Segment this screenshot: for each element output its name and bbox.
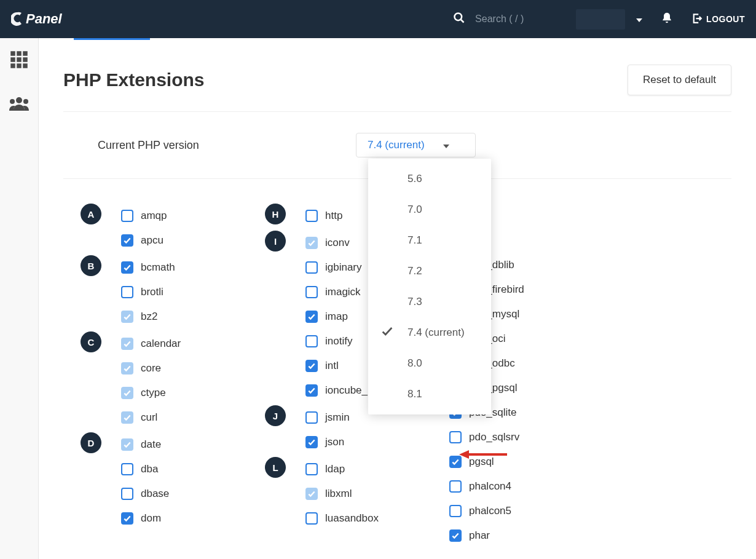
- extension-item[interactable]: brotli: [121, 280, 175, 304]
- tools-grid-icon[interactable]: [5, 46, 33, 74]
- extension-item[interactable]: amqp: [121, 204, 167, 228]
- extension-item[interactable]: http: [305, 204, 342, 228]
- checkbox[interactable]: [449, 505, 462, 517]
- checkbox[interactable]: [121, 512, 133, 525]
- svg-point-12: [16, 97, 22, 103]
- checkbox[interactable]: [305, 384, 318, 397]
- checkbox[interactable]: [305, 512, 318, 525]
- php-version-option[interactable]: 7.3: [368, 287, 491, 317]
- extension-item[interactable]: calendar: [121, 331, 181, 356]
- extension-label: dom: [141, 512, 161, 525]
- extension-label: ldap: [325, 463, 345, 475]
- extension-item[interactable]: ldap: [305, 457, 379, 482]
- header-search[interactable]: [453, 12, 561, 26]
- svg-point-14: [23, 99, 28, 104]
- search-input[interactable]: [475, 14, 561, 25]
- active-tab-indicator: [74, 38, 150, 40]
- extension-label: ctype: [141, 387, 166, 399]
- extension-item[interactable]: jsmin: [305, 405, 350, 430]
- extension-item[interactable]: date: [121, 432, 169, 457]
- extension-item[interactable]: dbase: [121, 482, 169, 506]
- php-version-select[interactable]: 7.4 (current): [356, 133, 476, 157]
- extension-item[interactable]: json: [305, 430, 350, 454]
- checkbox[interactable]: [305, 286, 318, 298]
- logout-icon: [691, 13, 703, 26]
- checkbox[interactable]: [121, 463, 133, 475]
- extension-item[interactable]: curl: [121, 405, 181, 430]
- letter-badge: L: [265, 457, 286, 478]
- checkbox: [121, 438, 133, 451]
- checkbox: [121, 311, 133, 323]
- logout-button[interactable]: LOGOUT: [691, 13, 745, 26]
- extension-item[interactable]: bz2: [121, 304, 175, 329]
- checkbox[interactable]: [449, 431, 462, 443]
- checkbox[interactable]: [121, 488, 133, 500]
- user-account-select[interactable]: [576, 9, 625, 30]
- php-version-option[interactable]: 8.1: [368, 379, 491, 410]
- php-version-selected-value: 7.4 (current): [368, 139, 425, 151]
- extension-item[interactable]: ctype: [121, 381, 181, 405]
- users-icon[interactable]: [5, 90, 33, 118]
- php-version-option[interactable]: 5.6: [368, 164, 491, 194]
- svg-rect-8: [23, 57, 28, 62]
- checkbox[interactable]: [449, 529, 462, 542]
- extension-label: pdo_sqlsrv: [469, 431, 519, 443]
- checkbox[interactable]: [305, 210, 318, 222]
- annotation-arrow-icon: [459, 448, 508, 461]
- extension-item[interactable]: phalcon5: [449, 499, 524, 523]
- check-icon: [380, 325, 394, 341]
- extension-item[interactable]: phalcon4: [449, 474, 524, 499]
- svg-point-13: [10, 99, 15, 104]
- checkbox[interactable]: [305, 360, 318, 372]
- reset-to-default-button[interactable]: Reset to default: [628, 65, 731, 95]
- extension-label: luasandbox: [325, 512, 379, 525]
- extension-label: inotify: [325, 335, 352, 347]
- extension-label: dba: [141, 463, 158, 475]
- extension-label: apcu: [141, 234, 163, 247]
- checkbox[interactable]: [121, 210, 133, 222]
- svg-rect-6: [10, 57, 15, 62]
- php-version-option[interactable]: 7.2: [368, 256, 491, 287]
- checkbox[interactable]: [121, 261, 133, 274]
- svg-rect-5: [23, 51, 28, 56]
- php-version-option[interactable]: 7.1: [368, 225, 491, 256]
- extension-item[interactable]: core: [121, 356, 181, 381]
- topbar: Panel LOGOUT: [0, 0, 756, 38]
- extension-item[interactable]: bcmath: [121, 255, 175, 280]
- checkbox[interactable]: [305, 411, 318, 424]
- extension-item[interactable]: dba: [121, 457, 169, 482]
- svg-rect-10: [17, 63, 22, 68]
- extension-item[interactable]: phar: [449, 523, 524, 548]
- letter-badge: J: [265, 405, 286, 426]
- svg-point-1: [455, 14, 462, 21]
- chevron-down-icon: [636, 14, 642, 25]
- php-version-option[interactable]: 7.4 (current): [368, 317, 491, 348]
- extension-label: amqp: [141, 210, 167, 222]
- php-version-option[interactable]: 8.0: [368, 348, 491, 379]
- checkbox[interactable]: [305, 463, 318, 475]
- extension-label: bcmath: [141, 261, 175, 274]
- bell-icon[interactable]: [661, 11, 673, 27]
- extension-item[interactable]: dom: [121, 506, 169, 531]
- extension-item[interactable]: pdo_sqlsrv: [449, 425, 524, 450]
- checkbox[interactable]: [449, 480, 462, 493]
- extension-label: curl: [141, 411, 157, 424]
- checkbox[interactable]: [305, 436, 318, 448]
- checkbox[interactable]: [121, 234, 133, 247]
- extension-item[interactable]: apcu: [121, 228, 167, 253]
- extension-label: brotli: [141, 286, 163, 298]
- extension-item[interactable]: libxml: [305, 482, 379, 506]
- extension-label: intl: [325, 360, 339, 372]
- checkbox[interactable]: [305, 311, 318, 323]
- php-version-option[interactable]: 7.0: [368, 194, 491, 225]
- main-content: PHP Extensions Reset to default Current …: [39, 38, 756, 559]
- letter-badge: C: [81, 331, 101, 352]
- current-php-version-label: Current PHP version: [98, 139, 356, 152]
- checkbox[interactable]: [121, 286, 133, 298]
- checkbox[interactable]: [305, 335, 318, 347]
- cpanel-logo[interactable]: Panel: [11, 10, 91, 28]
- svg-text:Panel: Panel: [26, 11, 63, 26]
- letter-badge: D: [81, 432, 101, 453]
- extension-item[interactable]: luasandbox: [305, 506, 379, 531]
- checkbox[interactable]: [305, 261, 318, 274]
